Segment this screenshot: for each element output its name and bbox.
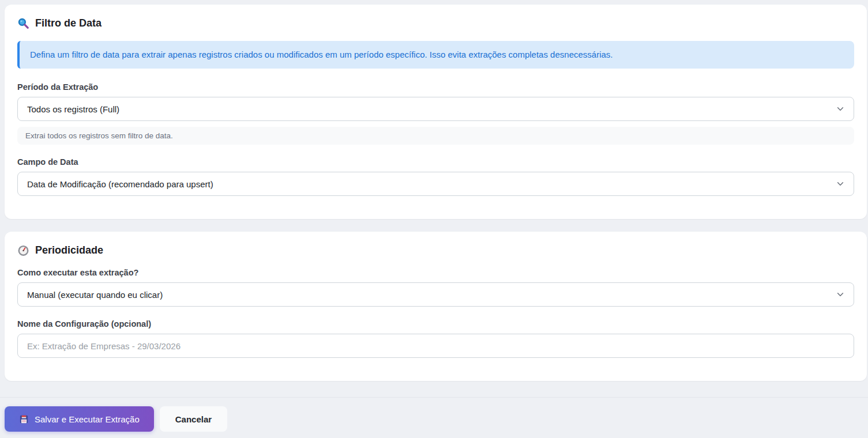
extraction-settings-page: Filtro de Data Defina um filtro de data … (0, 0, 868, 432)
date-field-select[interactable]: Data de Modificação (recomendado para up… (17, 172, 854, 196)
info-alert-text: Defina um filtro de data para extrair ap… (30, 50, 613, 59)
date-filter-card-title-text: Filtro de Data (35, 17, 102, 29)
date-field-label: Campo de Data (17, 157, 854, 167)
footer-action-bar: Salvar e Executar Extração Cancelar (0, 397, 868, 432)
save-and-run-button[interactable]: Salvar e Executar Extração (5, 406, 154, 432)
timer-clock-icon (17, 244, 29, 256)
config-name-input[interactable] (17, 334, 854, 358)
periodicity-card-title: Periodicidade (17, 244, 854, 256)
config-name-group: Nome da Configuração (opcional) (17, 319, 854, 358)
extraction-period-select[interactable]: Todos os registros (Full) (17, 97, 854, 121)
date-filter-info-alert: Defina um filtro de data para extrair ap… (17, 41, 854, 69)
extraction-period-help: Extrai todos os registros sem filtro de … (17, 127, 854, 145)
extraction-period-group: Período da Extração Todos os registros (… (17, 82, 854, 145)
chevron-down-icon (836, 105, 844, 113)
periodicity-card-title-text: Periodicidade (35, 244, 103, 256)
date-filter-card: Filtro de Data Defina um filtro de data … (5, 5, 867, 219)
execution-mode-select-value: Manual (executar quando eu clicar) (27, 290, 163, 300)
execution-mode-select[interactable]: Manual (executar quando eu clicar) (17, 282, 854, 307)
save-and-run-button-label: Salvar e Executar Extração (35, 414, 140, 424)
magnifier-icon (17, 17, 29, 29)
date-filter-card-title: Filtro de Data (17, 17, 854, 29)
execution-mode-label: Como executar esta extração? (17, 268, 854, 277)
date-field-select-value: Data de Modificação (recomendado para up… (27, 179, 213, 189)
extraction-period-label: Período da Extração (17, 82, 854, 92)
extraction-period-select-value: Todos os registros (Full) (27, 104, 119, 114)
chevron-down-icon (836, 180, 844, 188)
date-field-group: Campo de Data Data de Modificação (recom… (17, 157, 854, 196)
execution-mode-group: Como executar esta extração? Manual (exe… (17, 268, 854, 307)
chevron-down-icon (836, 290, 844, 299)
cancel-button[interactable]: Cancelar (160, 406, 227, 432)
floppy-disk-icon (19, 414, 29, 424)
periodicity-card: Periodicidade Como executar esta extraçã… (5, 232, 867, 381)
config-name-label: Nome da Configuração (opcional) (17, 319, 854, 328)
